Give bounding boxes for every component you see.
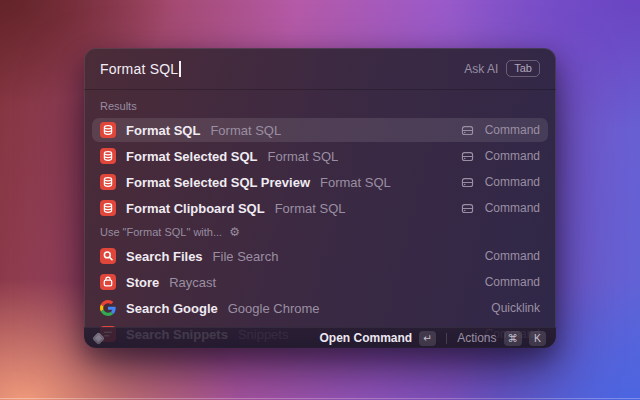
result-type-label: Command: [485, 123, 540, 137]
sql-icon: [100, 174, 116, 190]
result-title: Format Clipboard SQL: [126, 201, 265, 216]
raycast-logo-icon: [92, 332, 105, 345]
k-key-icon: K: [529, 331, 546, 346]
result-subtitle: Format SQL: [275, 201, 346, 216]
actions-button[interactable]: Actions: [457, 331, 496, 345]
result-subtitle: Format SQL: [267, 149, 338, 164]
open-command-button[interactable]: Open Command: [319, 331, 412, 345]
result-title: Format Selected SQL: [126, 149, 257, 164]
raycast-launcher-window: Format SQL Ask AI Tab ResultsFormat SQLF…: [84, 48, 556, 348]
results-list: ResultsFormat SQLFormat SQLCommandFormat…: [84, 90, 556, 346]
result-subtitle: Format SQL: [320, 175, 391, 190]
extension-type-icon: [460, 149, 475, 164]
search-bar[interactable]: Format SQL Ask AI Tab: [84, 48, 556, 90]
extension-type-icon: [460, 123, 475, 138]
result-title: Format SQL: [126, 123, 200, 138]
list-item[interactable]: Format SQLFormat SQLCommand: [92, 118, 548, 142]
section-header-label: Use "Format SQL" with...: [100, 226, 222, 238]
result-type-label: Command: [485, 149, 540, 163]
result-title: Format Selected SQL Preview: [126, 175, 310, 190]
ask-ai-label[interactable]: Ask AI: [464, 62, 498, 76]
result-title: Search Google: [126, 301, 218, 316]
result-type-label: Command: [485, 201, 540, 215]
sql-icon: [100, 148, 116, 164]
list-item[interactable]: Search FilesFile SearchCommand: [92, 244, 548, 268]
result-subtitle: Raycast: [169, 275, 216, 290]
footer-bar: Open Command ↵ Actions ⌘ K: [84, 327, 556, 348]
list-item[interactable]: Format Selected SQL PreviewFormat SQLCom…: [92, 170, 548, 194]
tab-key-badge: Tab: [506, 60, 540, 77]
result-title: Store: [126, 275, 159, 290]
result-type-label: Command: [485, 275, 540, 289]
result-subtitle: Google Chrome: [228, 301, 320, 316]
section-header-label: Results: [100, 100, 137, 112]
result-title: Search Files: [126, 249, 203, 264]
footer-divider: [446, 333, 447, 344]
screen-bottom-edge: [0, 398, 640, 399]
section-header: Results: [92, 96, 548, 118]
gear-icon[interactable]: ⚙: [229, 226, 240, 238]
result-type-label: Quicklink: [491, 301, 540, 315]
text-caret: [179, 61, 181, 77]
google-icon: [100, 300, 116, 316]
list-item[interactable]: Search GoogleGoogle ChromeQuicklink: [92, 296, 548, 320]
result-type-label: Command: [485, 249, 540, 263]
search-input[interactable]: Format SQL: [100, 61, 181, 77]
extension-type-icon: [460, 175, 475, 190]
list-item[interactable]: Format Selected SQLFormat SQLCommand: [92, 144, 548, 168]
result-subtitle: Format SQL: [210, 123, 281, 138]
sql-icon: [100, 122, 116, 138]
file-search-icon: [100, 248, 116, 264]
enter-key-icon: ↵: [419, 331, 436, 346]
list-item[interactable]: Format Clipboard SQLFormat SQLCommand: [92, 196, 548, 220]
result-type-label: Command: [485, 175, 540, 189]
store-icon: [100, 274, 116, 290]
result-subtitle: File Search: [213, 249, 279, 264]
cmd-key-icon: ⌘: [504, 331, 523, 346]
section-header: Use "Format SQL" with...⚙: [92, 222, 548, 244]
list-item[interactable]: StoreRaycastCommand: [92, 270, 548, 294]
extension-type-icon: [460, 201, 475, 216]
sql-icon: [100, 200, 116, 216]
